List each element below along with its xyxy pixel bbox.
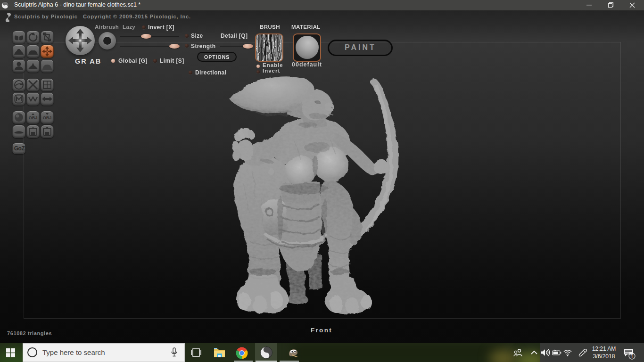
- svg-text:OBJ: OBJ: [29, 115, 38, 120]
- svg-text:OBJ: OBJ: [43, 115, 52, 120]
- svg-text:1: 1: [631, 354, 634, 359]
